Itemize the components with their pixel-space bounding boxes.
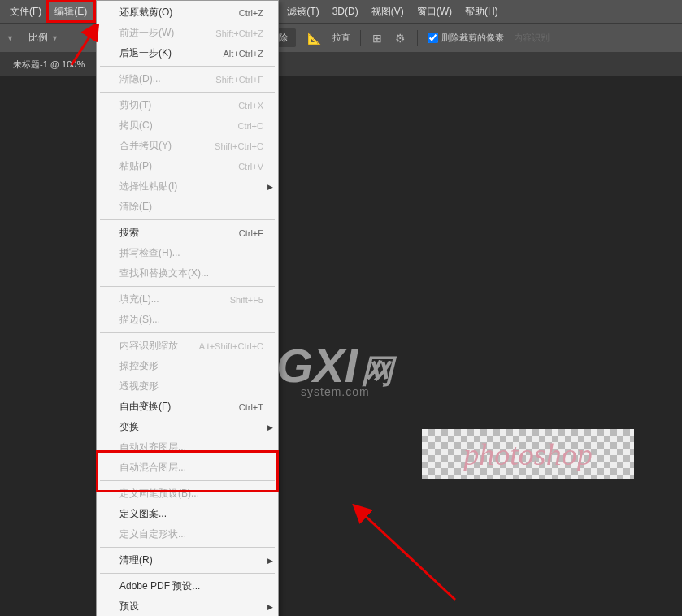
watermark-url: system.com (301, 385, 393, 398)
menu-shortcut: Ctrl+T (239, 402, 263, 412)
gear-icon[interactable]: ⚙ (393, 30, 407, 46)
chevron-down-icon[interactable]: ▼ (7, 34, 14, 42)
menu-shortcut: Shift+Ctrl+C (215, 141, 263, 151)
menu-filter[interactable]: 滤镜(T) (280, 2, 325, 22)
menu-item-label: 变换 (119, 420, 139, 434)
chevron-down-icon: ▼ (51, 34, 59, 42)
menu-shortcut: Ctrl+X (238, 101, 263, 111)
menu-view[interactable]: 视图(V) (365, 2, 411, 22)
menu-item[interactable]: 清理(R)▶ (97, 550, 278, 570)
menu-separator (100, 480, 275, 481)
menu-shortcut: Alt+Shift+Ctrl+C (199, 341, 263, 351)
menu-item[interactable]: 预设▶ (97, 596, 278, 616)
menu-item: 自动混合图层... (97, 458, 278, 478)
menu-separator (100, 286, 275, 287)
delete-crop-label: 删除裁剪的像素 (441, 32, 504, 44)
menu-item[interactable]: Adobe PDF 预设... (97, 576, 278, 596)
menu-item-label: 自动对齐图层... (119, 440, 186, 454)
menu-item-label: 拷贝(C) (119, 119, 153, 132)
menu-item[interactable]: 搜索Ctrl+F (97, 223, 278, 243)
canvas-text: photoshop (463, 436, 592, 472)
separator (360, 30, 361, 46)
watermark-suffix: 网 (361, 353, 393, 388)
menu-item-label: 清除(E) (119, 200, 152, 214)
menu-item-label: 定义图案... (119, 507, 167, 521)
menu-shortcut: Ctrl+Z (239, 8, 263, 18)
menu-item: 内容识别缩放Alt+Shift+Ctrl+C (97, 336, 278, 356)
watermark-logo: GXI (276, 339, 358, 392)
menu-separator (100, 573, 275, 574)
submenu-arrow-icon: ▶ (267, 183, 273, 191)
separator (417, 30, 418, 46)
menu-item: 剪切(T)Ctrl+X (97, 95, 278, 115)
menu-window[interactable]: 窗口(W) (411, 2, 458, 22)
menu-edit[interactable]: 编辑(E) (48, 2, 93, 22)
menu-separator (100, 92, 275, 93)
document-tab[interactable]: 未标题-1 @ 100% (5, 54, 93, 76)
menu-shortcut: Shift+F5 (230, 295, 263, 305)
menu-item: 操控变形 (97, 356, 278, 376)
menu-shortcut: Alt+Ctrl+Z (223, 49, 263, 59)
menu-file[interactable]: 文件(F) (3, 2, 48, 22)
menu-item: 填充(L)...Shift+F5 (97, 289, 278, 310)
menu-item: 自动对齐图层... (97, 437, 278, 458)
straighten-label: 拉直 (332, 32, 350, 44)
menu-item-label: 查找和替换文本(X)... (119, 267, 209, 280)
menu-3d[interactable]: 3D(D) (326, 2, 365, 20)
straighten-icon[interactable]: 📐 (306, 30, 323, 46)
menu-help[interactable]: 帮助(H) (458, 2, 505, 22)
menu-item: 拷贝(C)Ctrl+C (97, 115, 278, 136)
menu-item: 前进一步(W)Shift+Ctrl+Z (97, 23, 278, 43)
menu-item-label: Adobe PDF 预设... (119, 579, 200, 593)
ratio-label: 比例 (28, 31, 48, 45)
menu-item: 渐隐(D)...Shift+Ctrl+F (97, 69, 278, 89)
ratio-dropdown[interactable]: 比例 ▼ (24, 28, 63, 47)
menu-item-label: 预设 (119, 600, 139, 614)
menu-item-label: 自动混合图层... (119, 461, 186, 475)
menu-item: 定义画笔预设(B)... (97, 484, 278, 504)
menu-shortcut: Ctrl+C (238, 121, 263, 131)
menu-item: 拼写检查(H)... (97, 243, 278, 263)
menu-shortcut: Ctrl+V (238, 162, 263, 171)
menu-shortcut: Ctrl+F (239, 228, 263, 238)
menu-item-label: 透视变形 (119, 380, 159, 393)
menu-item-label: 自由变换(F) (119, 400, 171, 414)
content-aware-label: 内容识别 (514, 32, 550, 44)
menu-item: 查找和替换文本(X)... (97, 263, 278, 284)
menu-item[interactable]: 自由变换(F)Ctrl+T (97, 397, 278, 417)
menu-item[interactable]: 定义图案... (97, 504, 278, 524)
menu-item: 合并拷贝(Y)Shift+Ctrl+C (97, 136, 278, 156)
menu-item[interactable]: 还原裁剪(O)Ctrl+Z (97, 2, 278, 23)
menu-separator (100, 66, 275, 67)
grid-icon[interactable]: ⊞ (371, 30, 384, 46)
menu-item: 透视变形 (97, 376, 278, 397)
menu-item: 定义自定形状... (97, 524, 278, 544)
submenu-arrow-icon: ▶ (267, 603, 273, 611)
menu-item-label: 剪切(T) (119, 98, 151, 112)
menu-item[interactable]: 后退一步(K)Alt+Ctrl+Z (97, 43, 278, 63)
menu-item: 选择性粘贴(I)▶ (97, 176, 278, 197)
canvas-image: photoshop (422, 429, 634, 479)
menu-shortcut: Shift+Ctrl+Z (215, 28, 263, 38)
menu-item-label: 选择性粘贴(I) (119, 180, 177, 193)
menu-item-label: 粘贴(P) (119, 159, 152, 173)
menu-item-label: 清理(R) (119, 553, 153, 567)
menu-item[interactable]: 变换▶ (97, 417, 278, 437)
delete-crop-input[interactable] (428, 33, 438, 43)
menu-item-label: 拼写检查(H)... (119, 246, 180, 260)
menu-item-label: 还原裁剪(O) (119, 6, 172, 20)
menu-item-label: 后退一步(K) (119, 46, 172, 60)
menu-separator (100, 547, 275, 548)
menu-item: 粘贴(P)Ctrl+V (97, 156, 278, 176)
menu-item-label: 渐隐(D)... (119, 72, 161, 86)
menu-item-label: 填充(L)... (119, 293, 159, 306)
delete-crop-checkbox[interactable]: 删除裁剪的像素 (428, 32, 504, 44)
edit-dropdown-menu: 还原裁剪(O)Ctrl+Z前进一步(W)Shift+Ctrl+Z后退一步(K)A… (96, 0, 279, 616)
menu-shortcut: Shift+Ctrl+F (215, 75, 263, 85)
menu-item: 描边(S)... (97, 310, 278, 330)
menu-item-label: 操控变形 (119, 359, 159, 373)
menu-item-label: 定义画笔预设(B)... (119, 487, 199, 501)
watermark: GXI 网 system.com (276, 349, 393, 398)
menu-item-label: 定义自定形状... (119, 527, 186, 541)
submenu-arrow-icon: ▶ (267, 557, 273, 565)
